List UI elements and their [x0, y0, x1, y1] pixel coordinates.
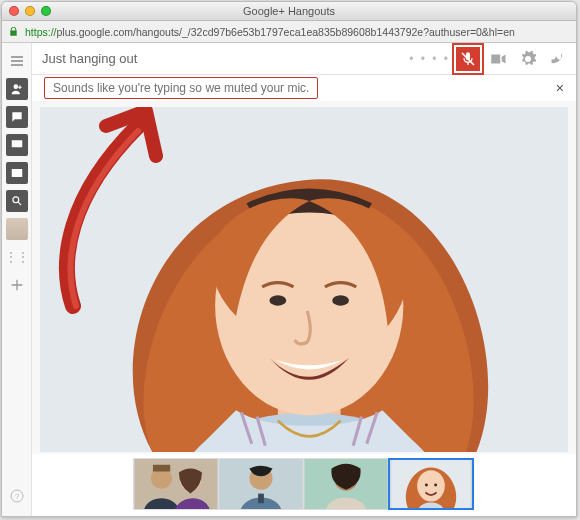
titlebar: Google+ Hangouts [2, 2, 576, 21]
add-person-icon[interactable] [3, 75, 31, 103]
settings-button[interactable] [516, 47, 540, 71]
svg-rect-12 [153, 465, 170, 472]
url-text[interactable]: https://plus.google.com/hangouts/_/32cd9… [25, 26, 570, 38]
svg-text:?: ? [14, 492, 18, 501]
video-feed-main [40, 107, 568, 452]
participant-thumb[interactable] [218, 458, 304, 510]
svg-rect-3 [467, 63, 468, 65]
video-stage [40, 107, 568, 452]
url-bar: https://plus.google.com/hangouts/_/32cd9… [2, 21, 576, 43]
svg-rect-10 [135, 459, 218, 509]
help-icon[interactable]: ? [3, 482, 31, 510]
sidebar: ⋮⋮ ? [2, 43, 32, 516]
mute-notice: Sounds like you're typing so we muted yo… [32, 75, 576, 101]
overflow-icon[interactable]: • • • • [409, 52, 450, 66]
participant-thumb[interactable] [303, 458, 389, 510]
mic-muted-button[interactable] [456, 47, 480, 71]
call-header: Just hanging out • • • • [32, 43, 576, 75]
close-icon[interactable]: × [552, 80, 568, 96]
participant-thumb[interactable] [133, 458, 219, 510]
chat-icon[interactable] [3, 103, 31, 131]
participant-thumb-active[interactable] [388, 458, 474, 510]
video-button[interactable] [486, 47, 510, 71]
svg-point-22 [434, 483, 437, 486]
add-icon[interactable] [3, 271, 31, 299]
filmstrip [32, 454, 576, 516]
hangout-title: Just hanging out [42, 51, 403, 66]
photo-icon[interactable] [3, 159, 31, 187]
menu-icon[interactable] [3, 47, 31, 75]
lock-icon [8, 26, 19, 37]
search-icon[interactable] [3, 187, 31, 215]
app-body: ⋮⋮ ? Just hanging out • • • • [2, 43, 576, 516]
window: Google+ Hangouts https://plus.google.com… [1, 1, 577, 517]
svg-rect-16 [258, 494, 264, 504]
share-screen-icon[interactable] [3, 131, 31, 159]
svg-point-0 [12, 197, 18, 203]
svg-point-20 [417, 470, 445, 501]
main-area: Just hanging out • • • • [32, 43, 576, 516]
svg-point-9 [332, 295, 349, 305]
mic-muted-icon [460, 51, 476, 67]
svg-point-21 [425, 483, 428, 486]
hangup-button[interactable] [546, 47, 570, 71]
more-icon[interactable]: ⋮⋮ [3, 243, 31, 271]
user-avatar-icon[interactable] [3, 215, 31, 243]
mute-notice-text: Sounds like you're typing so we muted yo… [44, 77, 318, 99]
svg-point-8 [270, 295, 287, 305]
window-title: Google+ Hangouts [2, 5, 576, 17]
